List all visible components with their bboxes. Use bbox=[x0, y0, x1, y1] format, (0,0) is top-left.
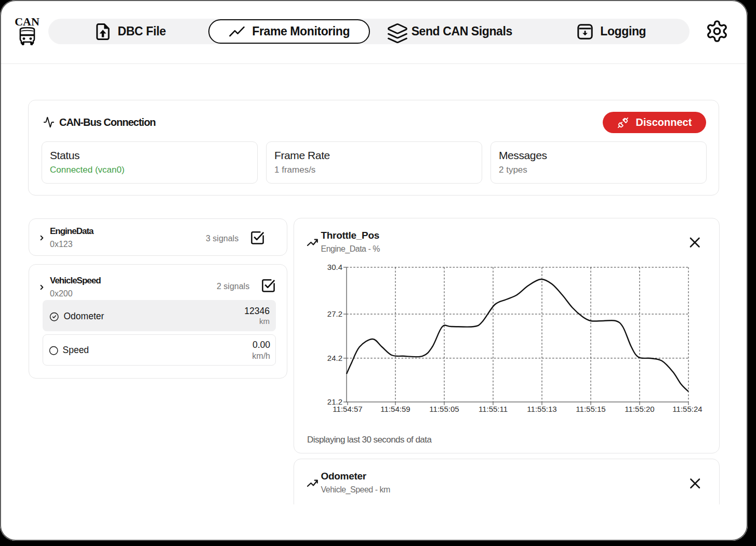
svg-text:Displaying last 30 seconds of: Displaying last 30 seconds of data bbox=[307, 435, 432, 445]
svg-text:Engine_Data - %: Engine_Data - % bbox=[321, 244, 380, 254]
svg-text:11:55:24: 11:55:24 bbox=[672, 405, 702, 413]
svg-text:Odometer: Odometer bbox=[321, 471, 367, 482]
svg-text:11:54:59: 11:54:59 bbox=[380, 405, 410, 413]
svg-text:27.2: 27.2 bbox=[327, 309, 342, 318]
svg-text:24.2: 24.2 bbox=[327, 354, 342, 362]
svg-text:Throttle_Pos: Throttle_Pos bbox=[321, 230, 380, 241]
svg-text:11:55:20: 11:55:20 bbox=[625, 405, 654, 413]
svg-text:11:55:05: 11:55:05 bbox=[429, 405, 459, 413]
svg-text:11:55:11: 11:55:11 bbox=[479, 405, 508, 413]
svg-text:11:55:13: 11:55:13 bbox=[527, 405, 556, 413]
svg-text:30.4: 30.4 bbox=[327, 263, 342, 271]
svg-text:11:54:57: 11:54:57 bbox=[333, 405, 362, 413]
svg-text:Vehicle_Speed - km: Vehicle_Speed - km bbox=[321, 485, 390, 495]
svg-text:11:55:15: 11:55:15 bbox=[576, 405, 605, 413]
